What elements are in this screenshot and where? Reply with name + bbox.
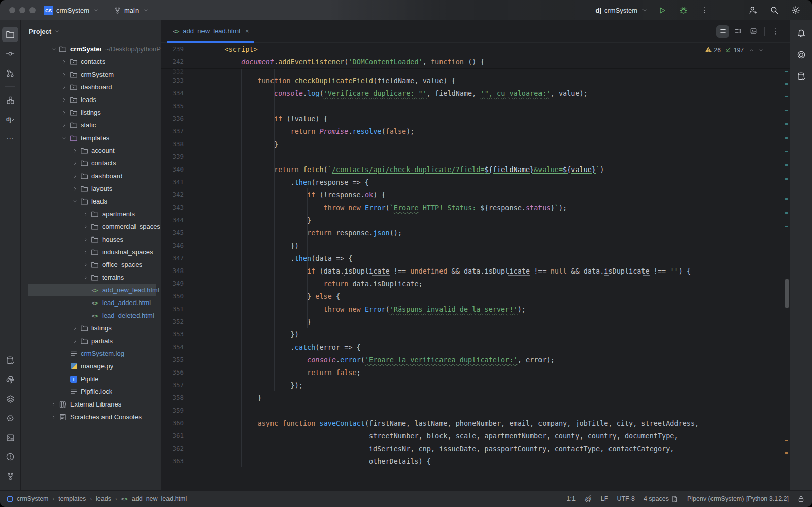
tool-database-icon[interactable] [2, 353, 18, 368]
breadcrumb-item[interactable]: crmSystem [17, 495, 49, 502]
tree-item-templates[interactable]: templates [21, 131, 161, 144]
file-encoding[interactable]: UTF-8 [617, 495, 634, 502]
code-line-337[interactable]: 337 return Promise.resolve(false); [161, 125, 790, 138]
warnings-indicator[interactable]: 26 [705, 46, 721, 54]
tree-item-dashboard[interactable]: dashboard [21, 170, 161, 182]
tool-structure-icon[interactable] [2, 92, 18, 108]
tool-ai-assistant-icon[interactable] [794, 48, 808, 62]
tool-database-icon[interactable] [794, 69, 808, 83]
tree-item-houses[interactable]: houses [21, 233, 161, 246]
chevron-right-icon[interactable] [71, 148, 80, 154]
tree-item-lead-deleted-html[interactable]: <>lead_deleted.html [21, 309, 161, 322]
breadcrumb-item[interactable]: leads [96, 495, 111, 502]
tree-item-contacts[interactable]: contacts [21, 55, 161, 68]
error-stripe[interactable] [783, 43, 790, 490]
tree-item-commercial-spaces[interactable]: commercial_spaces [21, 220, 161, 233]
close-tab-icon[interactable]: × [245, 27, 249, 35]
stripe-mark[interactable] [785, 212, 788, 214]
code-line-336[interactable]: 336 if (!value) { [161, 112, 790, 125]
stripe-mark[interactable] [785, 96, 788, 97]
tool-pull-requests-icon[interactable] [2, 65, 18, 81]
code-line-362[interactable]: 362 idSeriesNr, cnp, issueDate, passport… [161, 442, 790, 455]
tool-services-icon[interactable] [2, 391, 18, 407]
partial-code-line[interactable]: 332 [161, 68, 790, 74]
chevron-right-icon[interactable] [60, 72, 69, 78]
stripe-mark[interactable] [785, 164, 788, 166]
next-problem-button[interactable] [758, 47, 764, 53]
tool-problems-icon[interactable] [2, 449, 18, 464]
stripe-mark[interactable] [785, 137, 788, 139]
search-everywhere-button[interactable] [767, 3, 782, 17]
split-view-button[interactable] [731, 25, 745, 38]
tool-more-icon[interactable]: ⋯ [2, 131, 18, 146]
code-line-356[interactable]: 356 return false; [161, 366, 790, 379]
tool-python-packages-icon[interactable] [2, 372, 18, 387]
code-line-344[interactable]: 344 } [161, 214, 790, 226]
editor-view-button[interactable] [716, 25, 729, 38]
chevron-right-icon[interactable] [81, 224, 90, 230]
code-line-355[interactable]: 355 console.error('Eroare la verificarea… [161, 353, 790, 366]
code-line-360[interactable]: 360 async function saveContact(firstName… [161, 417, 790, 429]
stripe-mark[interactable] [785, 226, 788, 227]
tree-item-pipfile-lock[interactable]: Pipfile.lock [21, 385, 161, 398]
breadcrumb-item[interactable]: templates [58, 495, 86, 502]
stripe-warning-mark[interactable] [785, 452, 788, 454]
tree-item-terrains[interactable]: terrains [21, 271, 161, 284]
code-line-357[interactable]: 357 }); [161, 379, 790, 391]
caret-position[interactable]: 1:1 [566, 495, 575, 502]
stripe-mark[interactable] [785, 151, 788, 152]
chevron-right-icon[interactable] [60, 110, 69, 116]
chevron-right-icon[interactable] [60, 97, 69, 103]
tool-terminal-icon[interactable] [2, 430, 18, 445]
code-line-339[interactable]: 339 [161, 150, 790, 163]
code-line-342[interactable]: 342 if (!response.ok) { [161, 188, 790, 201]
tool-version-control-icon[interactable] [2, 468, 18, 484]
tree-item-add-new-lead-html[interactable]: <>add_new_lead.html [21, 284, 161, 296]
tool-project-icon[interactable] [2, 27, 18, 42]
code-line-341[interactable]: 341 .then(response => { [161, 176, 790, 188]
chevron-right-icon[interactable] [71, 173, 80, 179]
chevron-right-icon[interactable] [81, 262, 90, 268]
minimize-window-icon[interactable] [19, 7, 25, 13]
code-line-242[interactable]: 242 document.addEventListener('DOMConten… [161, 55, 790, 68]
stripe-mark[interactable] [785, 83, 788, 85]
tree-item-leads[interactable]: leads [21, 195, 161, 208]
tree-item-contacts[interactable]: contacts [21, 157, 161, 170]
tool-django-structure-icon[interactable]: dj [2, 112, 18, 127]
tree-item-crmsystem[interactable]: crmSystem [21, 68, 161, 81]
code-line-335[interactable]: 335 [161, 99, 790, 112]
project-widget[interactable]: CS crmSystem [44, 6, 99, 15]
chevron-right-icon[interactable] [49, 414, 58, 420]
code-line-350[interactable]: 350 } else { [161, 290, 790, 302]
preview-view-button[interactable] [747, 25, 760, 38]
tree-item-crmsystem[interactable]: crmSystem~/Desktop/pythonP [21, 43, 161, 55]
code-line-353[interactable]: 353 }) [161, 328, 790, 341]
project-panel-header[interactable]: Project [21, 20, 161, 43]
chevron-right-icon[interactable] [81, 211, 90, 217]
close-window-icon[interactable] [9, 7, 15, 13]
tree-item-manage-py[interactable]: manage.py [21, 360, 161, 373]
chevron-right-icon[interactable] [60, 122, 69, 128]
code-editor[interactable]: 26 197 239 <script>242 document.addEvent… [161, 43, 790, 490]
stripe-mark[interactable] [785, 178, 788, 180]
tool-commit-icon[interactable] [2, 46, 18, 61]
tree-item-layouts[interactable]: layouts [21, 182, 161, 195]
code-line-343[interactable]: 343 throw new Error(`Eroare HTTP! Status… [161, 201, 790, 214]
code-line-346[interactable]: 346 }) [161, 239, 790, 252]
tree-item-industrial-spaces[interactable]: industrial_spaces [21, 246, 161, 258]
code-line-363[interactable]: 363 otherDetails) { [161, 455, 790, 467]
tree-item-static[interactable]: static [21, 119, 161, 131]
chevron-right-icon[interactable] [81, 275, 90, 281]
run-button[interactable] [655, 3, 669, 17]
tree-item-listings[interactable]: listings [21, 322, 161, 334]
scrollbar-thumb[interactable] [785, 279, 789, 308]
breadcrumb-item[interactable]: add_new_lead.html [132, 495, 187, 502]
debug-button[interactable] [676, 3, 690, 17]
tool-run-icon[interactable] [2, 411, 18, 426]
chevron-right-icon[interactable] [71, 186, 80, 192]
branch-widget[interactable]: main [113, 7, 149, 14]
code-line-347[interactable]: 347 .then(data => { [161, 252, 790, 264]
chevron-right-icon[interactable] [81, 236, 90, 243]
tree-item-external-libraries[interactable]: External Libraries [21, 398, 161, 411]
more-button[interactable] [769, 25, 783, 38]
